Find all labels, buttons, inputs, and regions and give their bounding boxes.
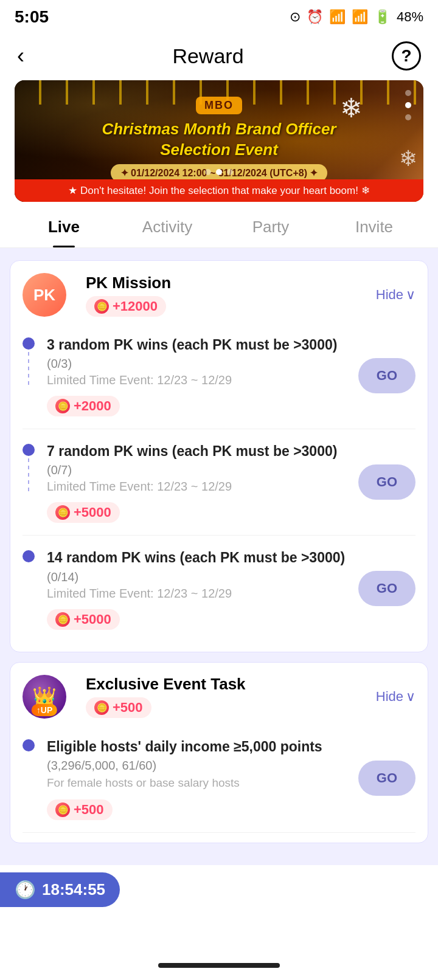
- exclusive-chevron-icon: ∨: [406, 689, 415, 705]
- task-2-points-badge: 🪙 +5000: [47, 502, 120, 523]
- exclusive-total-points-badge: 🪙 +500: [86, 697, 151, 718]
- exclusive-task-subinfo: For female hosts or base salary hosts: [47, 775, 349, 792]
- exclusive-task-reward: 🪙 +500: [47, 796, 349, 820]
- banner-subtitle: ★ Don't hesitate! Join the selection tha…: [15, 179, 423, 202]
- banner-side-dots: [405, 90, 411, 120]
- status-icons: ⊙ ⏰ 📶 📶 🔋 48%: [290, 9, 423, 25]
- pk-mission-card: PK PK Mission 🪙 +12000 Hide ∨: [10, 260, 428, 652]
- task-3-go-button[interactable]: GO: [358, 571, 415, 606]
- task-2-date: Limited Time Event: 12/23 ~ 12/29: [47, 480, 349, 494]
- exclusive-task-points-badge: 🪙 +500: [47, 799, 113, 820]
- tab-activity[interactable]: Activity: [116, 207, 219, 247]
- task-3-points: +5000: [74, 612, 111, 627]
- task-1-reward: 🪙 +2000: [47, 392, 349, 416]
- exclusive-task-content: Eligible hosts' daily income ≥5,000 poin…: [47, 737, 349, 821]
- banner-title: Christmas Month Brand OfficerSelection E…: [102, 119, 336, 160]
- banner-dot-3: [227, 169, 233, 175]
- side-dot-2: [405, 102, 411, 108]
- task-line-2: [28, 458, 29, 495]
- exclusive-task-item: Eligible hosts' daily income ≥5,000 poin…: [23, 725, 415, 833]
- exclusive-task-progress: (3,296/5,000, 61/60): [47, 759, 349, 773]
- banner-dot-1: [205, 169, 211, 175]
- task-3-points-badge: 🪙 +5000: [47, 609, 120, 630]
- exclusive-task-go-button[interactable]: GO: [358, 761, 415, 796]
- signal-icon: 📶: [352, 9, 368, 25]
- exclusive-tasks-area: Eligible hosts' daily income ≥5,000 poin…: [10, 725, 428, 843]
- task-1-go-button[interactable]: GO: [358, 358, 415, 393]
- task-3-title: 14 random PK wins (each PK must be >3000…: [47, 548, 349, 567]
- exclusive-dot-line: [23, 737, 35, 751]
- exclusive-mission-name: Exclusive Event Task: [86, 675, 246, 694]
- exclusive-task-coin-icon: 🪙: [55, 802, 70, 817]
- tab-live[interactable]: Live: [12, 207, 116, 247]
- pk-total-points-badge: 🪙 +12000: [86, 296, 166, 317]
- alarm-icon: ⏰: [307, 9, 323, 25]
- task-dot-line-2: [23, 441, 35, 495]
- task-2-coin-icon: 🪙: [55, 505, 70, 520]
- banner-logo: MBO: [196, 97, 242, 114]
- task-line-1: [28, 352, 29, 388]
- side-dot-3: [405, 114, 411, 120]
- pk-icon: PK: [23, 273, 66, 317]
- pk-tasks-area: 3 random PK wins (each PK must be >3000)…: [10, 323, 428, 652]
- task-3-date: Limited Time Event: 12/23 ~ 12/29: [47, 587, 349, 601]
- side-dot-1: [405, 90, 411, 96]
- task-3-coin-icon: 🪙: [55, 612, 70, 627]
- task-2-title: 7 random PK wins (each PK must be >3000): [47, 441, 349, 461]
- exclusive-hide-button[interactable]: Hide ∨: [376, 689, 415, 705]
- promo-banner[interactable]: ❄ ❄ MBO Christmas Month Brand OfficerSel…: [15, 80, 423, 202]
- tab-bar: Live Activity Party Invite: [0, 207, 438, 248]
- pk-mission-title-area: PK Mission 🪙 +12000: [86, 274, 171, 317]
- task-dot-line-1: [23, 335, 35, 388]
- help-button[interactable]: ?: [392, 41, 421, 71]
- task-item: 7 random PK wins (each PK must be >3000)…: [23, 429, 415, 536]
- timer-display: 18:54:55: [42, 880, 105, 899]
- task-1-coin-icon: 🪙: [55, 399, 70, 413]
- exclusive-title-area: Exclusive Event Task 🪙 +500: [86, 675, 246, 718]
- task-1-content: 3 random PK wins (each PK must be >3000)…: [47, 335, 349, 416]
- exclusive-icon: 👑 ↑UP: [23, 675, 66, 719]
- header: ‹ Reward ?: [0, 32, 438, 80]
- task-item: 14 random PK wins (each PK must be >3000…: [23, 536, 415, 641]
- tab-invite[interactable]: Invite: [322, 207, 426, 247]
- help-icon: ?: [401, 46, 411, 66]
- tab-party[interactable]: Party: [219, 207, 322, 247]
- up-badge: ↑UP: [32, 704, 57, 716]
- task-1-progress: (0/3): [47, 357, 349, 371]
- chevron-down-icon: ∨: [406, 287, 415, 303]
- battery-icon: 🔋: [374, 9, 391, 25]
- exclusive-total-points: +500: [113, 700, 143, 716]
- exclusive-coin-icon: 🪙: [94, 700, 109, 715]
- task-2-content: 7 random PK wins (each PK must be >3000)…: [47, 441, 349, 523]
- task-3-reward: 🪙 +5000: [47, 606, 349, 630]
- wifi-icon: 📶: [329, 9, 346, 25]
- task-2-reward: 🪙 +5000: [47, 499, 349, 523]
- exclusive-task-card: 👑 ↑UP Exclusive Event Task 🪙 +500 Hide ∨: [10, 662, 428, 844]
- task-2-go-button[interactable]: GO: [358, 464, 415, 500]
- page-title: Reward: [172, 44, 243, 68]
- banner-dot-row: [205, 169, 233, 175]
- banner-dot-2: [216, 169, 222, 175]
- task-1-points: +2000: [74, 398, 111, 414]
- pk-hide-button[interactable]: Hide ∨: [376, 287, 415, 303]
- task-2-progress: (0/7): [47, 463, 349, 477]
- clock-icon: 🕐: [15, 880, 36, 900]
- back-button[interactable]: ‹: [17, 43, 24, 69]
- task-1-points-badge: 🪙 +2000: [47, 396, 120, 416]
- pk-coin-icon: 🪙: [94, 299, 109, 314]
- task-item: 3 random PK wins (each PK must be >3000)…: [23, 323, 415, 429]
- battery-level: 48%: [397, 9, 423, 25]
- messenger-icon: ⊙: [290, 9, 301, 25]
- task-dot-2: [23, 444, 35, 456]
- task-dot-line-3: [23, 548, 35, 562]
- exclusive-task-points: +500: [74, 802, 104, 818]
- content-area: PK PK Mission 🪙 +12000 Hide ∨: [0, 248, 438, 865]
- pk-mission-header: PK PK Mission 🪙 +12000 Hide ∨: [10, 261, 428, 323]
- home-bar: [158, 963, 280, 968]
- pk-mission-name: PK Mission: [86, 274, 171, 292]
- exclusive-mission-header: 👑 ↑UP Exclusive Event Task 🪙 +500 Hide ∨: [10, 663, 428, 725]
- task-dot-3: [23, 550, 35, 562]
- task-3-content: 14 random PK wins (each PK must be >3000…: [47, 548, 349, 629]
- status-bar: 5:05 ⊙ ⏰ 📶 📶 🔋 48%: [0, 0, 438, 32]
- task-dot-1: [23, 337, 35, 350]
